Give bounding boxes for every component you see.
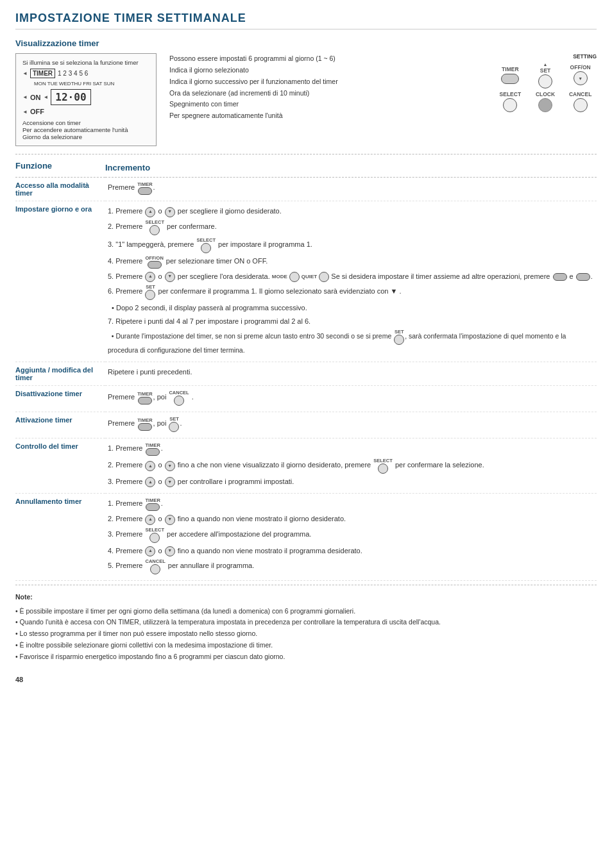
cancel-lbl-disatt: CANCEL — [169, 390, 189, 396]
off-row: ◄ OFF — [22, 108, 149, 115]
step7b: • Durante l'impostazione del timer, se n… — [108, 329, 597, 356]
set-label-7b: SET — [395, 329, 404, 335]
down-btn-ctrl2: ▼ — [165, 477, 175, 487]
step5: 5. Premere ▲ o ▼ per scegliere l'ora des… — [108, 271, 597, 282]
note-title: Note: — [15, 593, 33, 601]
mid-line3: Indica il giorno successivo per il funzi… — [169, 76, 481, 88]
ctrl-step1: 1. Premere TIMER . — [108, 442, 597, 456]
disattivazione-step: Premere TIMER , poi CANCEL . — [108, 390, 597, 406]
select-btn: SELECT — [494, 91, 527, 112]
note-1: • È possibile impostare il timer per ogn… — [15, 606, 597, 617]
giorno-label: Giorno da selezionare — [22, 133, 82, 140]
mid-line1: Possono essere impostati 6 programmi al … — [169, 53, 481, 65]
impostare-label: Impostare giorno e ora — [15, 205, 92, 213]
select-label: SELECT — [500, 91, 522, 97]
func-aggiunta: Aggiunta / modifica del timer — [15, 362, 105, 386]
down-arrow-offon — [578, 75, 582, 81]
function-table: Funzione Incremento Accesso alla modalit… — [15, 158, 597, 581]
cancel-c-ann — [150, 564, 160, 574]
set-btn-label: SET — [540, 67, 551, 74]
down-circle: ▼ — [165, 207, 175, 217]
quiet-btn-inline — [576, 273, 590, 281]
mid-line6: Per spegnere automaticamente l'unità — [169, 110, 481, 122]
content-aggiunta: Ripetere i punti precedenti. — [105, 362, 597, 386]
step6b: • Dopo 2 secondi, il display passerà al … — [108, 302, 597, 313]
offon-btn-inline: OFF/ON — [145, 255, 163, 269]
step3: 3. "1" lampeggerà, premere SELECT per im… — [108, 237, 597, 253]
select-c-ctrl — [378, 463, 388, 474]
timer-btn: TIMER — [494, 66, 527, 84]
content-attivazione: Premere TIMER , poi SET . — [105, 412, 597, 438]
select-btn-inline2: SELECT — [145, 219, 164, 235]
clock-circle — [538, 98, 552, 112]
timer-lbl-att: TIMER — [137, 417, 152, 423]
offon-btn: OFF/ON — [564, 64, 597, 85]
timer-label-box: TIMER — [30, 69, 55, 78]
up-btn-ann: ▲ — [145, 515, 155, 525]
step7: 7. Ripetere i punti dal 4 al 7 per impos… — [108, 315, 597, 327]
off-pointer: ◄ — [22, 109, 28, 115]
quiet-circle — [319, 272, 329, 282]
page-title: IMPOSTAZIONE TIMER SETTIMANALE — [15, 12, 597, 29]
set-c7b — [394, 335, 404, 345]
incremento-header: Incremento — [105, 158, 597, 178]
table-row: Disattivazione timer Premere TIMER , poi… — [15, 386, 597, 412]
select-lbl-ctrl: SELECT — [373, 458, 393, 463]
cancel-btn-disatt: CANCEL — [169, 390, 189, 406]
cancel-btn: CANCEL — [564, 91, 597, 112]
accesso-step: Premere TIMER . — [108, 181, 597, 195]
select-btn-ann: SELECT — [145, 527, 164, 543]
note-3: • Lo stesso programma per il timer non p… — [15, 628, 597, 640]
timer-btn-disatt: TIMER — [137, 391, 152, 405]
timer-row: ◄ TIMER 1 2 3 4 5 6 — [22, 69, 149, 78]
content-controllo: 1. Premere TIMER . 2. Premere ▲ o ▼ fino… — [105, 438, 597, 494]
note-5: • Favorisce il risparmio energetico impo… — [15, 651, 597, 663]
offon-label: OFF/ON — [570, 64, 591, 71]
select-circle2 — [149, 225, 160, 235]
mid-line4: Ora da selezionare (ad incrementi di 10 … — [169, 88, 481, 99]
up-btn-ann2: ▲ — [145, 546, 155, 556]
ann-step5: 5. Premere CANCEL per annullare il progr… — [108, 558, 597, 574]
select-circle3 — [201, 243, 211, 253]
ctrl-step3: 3. Premere ▲ o ▼ per controllare i progr… — [108, 476, 597, 487]
clock-btn: CLOCK — [529, 91, 562, 112]
step1: 1. Premere ▲ o ▼ per scegliere il giorno… — [108, 205, 597, 217]
cancel-circle — [574, 98, 588, 112]
set-lbl-att: SET — [169, 416, 179, 422]
off-label: OFF — [30, 108, 44, 115]
timer-btn-ctrl: TIMER — [145, 442, 160, 456]
table-row: Impostare giorno e ora 1. Premere ▲ o ▼ … — [15, 201, 597, 362]
visualizzazione-title: Visualizzazione timer — [15, 38, 597, 48]
down-c-ann: ▼ — [165, 515, 175, 525]
select-circle — [503, 98, 517, 112]
notes-section: Note: • È possibile impostare il timer p… — [15, 592, 597, 663]
setting-text: SETTING — [573, 53, 597, 60]
funzione-header: Funzione — [15, 158, 105, 178]
page-number: 48 — [15, 676, 597, 683]
mid-line5: Spegnimento con timer — [169, 99, 481, 110]
func-accesso: Accesso alla modalità timer — [15, 178, 105, 201]
ann-step1: 1. Premere TIMER . — [108, 497, 597, 511]
down-c5: ▼ — [165, 272, 175, 282]
timer-oval — [501, 74, 519, 84]
mode-btn-inline — [553, 273, 567, 281]
table-row: Annullamento timer 1. Premere TIMER . 2.… — [15, 494, 597, 580]
setting-label: SETTING — [494, 53, 597, 60]
accesso-label: Accesso alla modalità timer — [15, 181, 89, 197]
day-numbers: 1 2 3 4 5 6 — [58, 70, 88, 77]
up-c-ctrl2: ▲ — [145, 477, 155, 487]
down-btn-inline: ▼ — [165, 207, 175, 217]
caption-illumina: Si illumina se si seleziona la funzione … — [22, 59, 149, 66]
timer-captions: Possono essere impostati 6 programmi al … — [169, 53, 481, 122]
mid-line2: Indica il giorno selezionato — [169, 65, 481, 76]
func-annullamento: Annullamento timer — [15, 494, 105, 580]
annullamento-label: Annullamento timer — [15, 497, 81, 505]
arrow-pointer: ◄ — [22, 71, 28, 76]
set-btn-att: SET — [169, 416, 179, 432]
set-circle — [538, 74, 552, 88]
set-btn: SET — [529, 61, 562, 88]
up-c-ctrl: ▲ — [145, 461, 155, 471]
content-accesso: Premere TIMER . — [105, 178, 597, 201]
timer-lbl-disatt: TIMER — [137, 391, 152, 397]
func-impostare: Impostare giorno e ora — [15, 201, 105, 362]
